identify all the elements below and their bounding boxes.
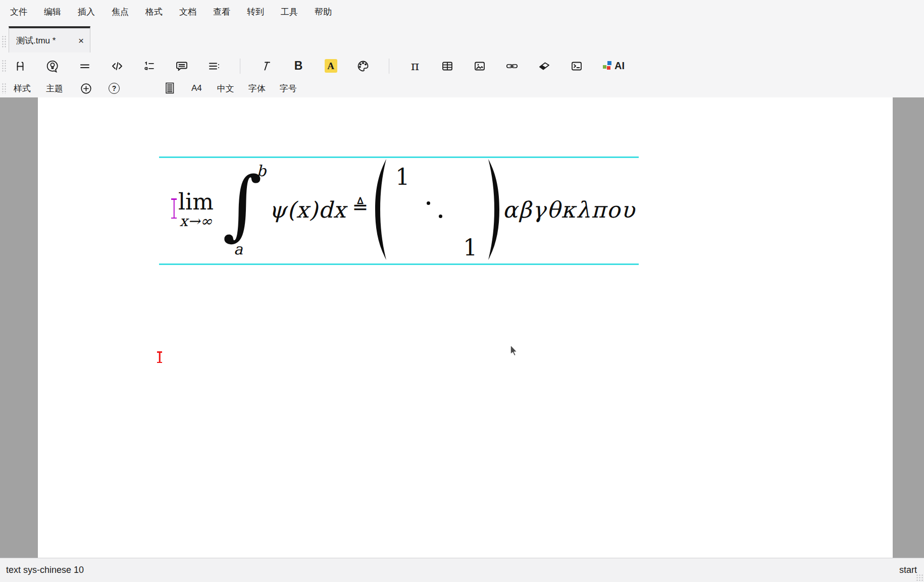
matrix: 1 1 (374, 158, 500, 261)
status-mode: text sys-chinese 10 (6, 565, 84, 575)
highlight-icon[interactable]: A (324, 60, 337, 73)
italic-icon[interactable] (260, 60, 273, 73)
table-icon[interactable] (441, 60, 454, 73)
left-gutter (0, 97, 38, 558)
tab-close-icon[interactable]: × (77, 36, 85, 45)
paper-size-button[interactable]: A4 (191, 83, 202, 93)
toolbar-separator (389, 59, 389, 74)
page-layout-icon[interactable] (163, 82, 176, 95)
matrix-cell-11: 1 (395, 166, 409, 188)
menu-edit[interactable]: 编辑 (44, 6, 61, 18)
document-page[interactable]: lim x→∞ ∫ b a ψ(x)dx ≜ 1 (38, 97, 893, 558)
bold-icon[interactable]: B (292, 60, 305, 73)
terminal-icon[interactable] (570, 60, 583, 73)
menu-focus[interactable]: 焦点 (112, 6, 129, 18)
language-button[interactable]: 中文 (217, 83, 234, 94)
doc-toolbar-drag-handle[interactable] (2, 83, 7, 94)
text-caret (157, 351, 162, 363)
enumerate-icon[interactable] (143, 60, 156, 73)
menu-bar: 文件 编辑 插入 焦点 格式 文档 查看 转到 工具 帮助 (0, 0, 924, 24)
style-button[interactable]: 样式 (14, 83, 31, 94)
palette-icon[interactable] (356, 60, 370, 73)
status-bar: text sys-chinese 10 start (0, 558, 924, 582)
integral-block: ∫ b a (222, 160, 268, 259)
code-icon[interactable] (111, 60, 124, 73)
math-caret (171, 198, 177, 219)
right-gutter (893, 97, 924, 558)
image-icon[interactable] (473, 60, 486, 73)
font-size-button[interactable]: 字号 (280, 83, 297, 94)
menu-view[interactable]: 查看 (213, 6, 230, 18)
document-tab[interactable]: 测试.tmu * × (9, 26, 90, 52)
link-icon[interactable] (505, 60, 519, 73)
left-paren (374, 158, 387, 261)
diagonal-dots (427, 201, 430, 205)
help-icon[interactable]: ? (109, 83, 120, 94)
toolbar-separator (240, 59, 240, 74)
toolbar-drag-handle[interactable] (2, 60, 7, 73)
menu-document[interactable]: 文档 (179, 6, 196, 18)
heading-icon[interactable] (14, 60, 27, 73)
tabbar-drag-handle[interactable] (2, 35, 7, 48)
eraser-icon[interactable] (538, 60, 551, 73)
right-paren (487, 158, 500, 261)
menu-insert[interactable]: 插入 (78, 6, 95, 18)
integrand: ψ(x)dx (269, 197, 346, 223)
matrix-cell-22: 1 (463, 237, 477, 259)
math-formula[interactable]: lim x→∞ ∫ b a ψ(x)dx ≜ 1 (171, 157, 636, 262)
greek-letters: αβγθκλπου (502, 197, 635, 223)
diagonal-dots (439, 215, 442, 218)
focus-frame-line-bottom (159, 263, 639, 265)
limit-block: lim x→∞ (178, 191, 214, 229)
document-toolbar: 样式 主题 ? A4 中文 字体 字号 (0, 79, 924, 97)
menu-tools[interactable]: 工具 (281, 6, 298, 18)
resize-grip[interactable] (916, 574, 923, 581)
menu-go[interactable]: 转到 (247, 6, 264, 18)
paragraph-icon[interactable] (78, 60, 91, 73)
menu-help[interactable]: 帮助 (315, 6, 332, 18)
menu-file[interactable]: 文件 (10, 6, 27, 18)
font-button[interactable]: 字体 (248, 83, 266, 94)
main-toolbar: B A π (0, 52, 924, 79)
comment-icon[interactable] (175, 60, 188, 73)
math-icon[interactable]: π (408, 60, 422, 73)
ai-icon[interactable]: AI (602, 60, 625, 73)
mouse-cursor (507, 344, 520, 358)
triangle-equals: ≜ (352, 196, 369, 218)
description-list-icon[interactable] (208, 60, 221, 73)
theme-button[interactable]: 主题 (46, 83, 63, 94)
status-state: start (899, 565, 917, 575)
tab-title: 测试.tmu * (16, 35, 73, 46)
tab-bar: 测试.tmu * × (0, 24, 924, 52)
menu-format[interactable]: 格式 (145, 6, 163, 18)
add-icon[interactable] (79, 82, 92, 95)
document-area: lim x→∞ ∫ b a ψ(x)dx ≜ 1 (0, 97, 924, 558)
lightbulb-icon[interactable] (46, 60, 59, 73)
